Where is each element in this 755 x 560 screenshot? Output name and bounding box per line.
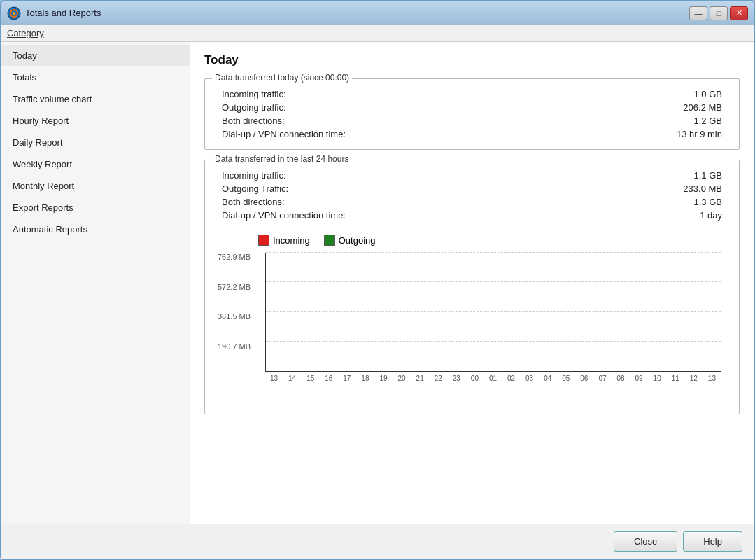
x-label: 01: [484, 374, 502, 382]
row-label: Dial-up / VPN connection time:: [222, 210, 346, 220]
bottom-bar: Close Help: [1, 524, 754, 559]
sidebar-item-totals[interactable]: Totals: [1, 66, 190, 88]
main-window: Totals and Reports — □ ✕ Category TodayT…: [0, 0, 755, 560]
x-label: 09: [630, 374, 648, 382]
page-title: Today: [204, 53, 740, 67]
sidebar-item-daily-report[interactable]: Daily Report: [1, 132, 190, 153]
table-row: Incoming traffic: 1.1 GB: [216, 169, 728, 182]
chart-area: Incoming Outgoing 762.9 MB 572.2 MB 381.…: [216, 229, 728, 405]
x-label: 14: [283, 374, 301, 382]
y-label-4: 762.9 MB: [218, 253, 251, 261]
x-label: 18: [356, 374, 374, 382]
sidebar-item-today[interactable]: Today: [1, 45, 190, 66]
row-value: 233.0 MB: [652, 183, 722, 194]
x-label: 11: [667, 374, 684, 382]
main-panel: Today Data transferred today (since 00:0…: [190, 42, 754, 524]
sidebar-item-hourly-report[interactable]: Hourly Report: [1, 110, 190, 132]
legend-outgoing: Outgoing: [324, 234, 376, 246]
x-label: 07: [593, 374, 611, 382]
x-label: 06: [575, 374, 593, 382]
data-group-today: Data transferred today (since 00:00) Inc…: [204, 78, 740, 150]
grid-line-4: [266, 252, 721, 253]
incoming-color-box: [258, 234, 269, 246]
sidebar: TodayTotalsTraffic volume chartHourly Re…: [1, 42, 190, 524]
x-label: 04: [539, 374, 556, 382]
x-label: 17: [338, 374, 355, 382]
group2-title: Data transferred in the last 24 hours: [212, 154, 351, 164]
row-label: Outgoing Traffic:: [222, 183, 288, 194]
row-label: Outgoing traffic:: [222, 102, 286, 113]
table-row: Dial-up / VPN connection time: 1 day: [216, 209, 728, 222]
sidebar-item-traffic-volume-chart[interactable]: Traffic volume chart: [1, 88, 190, 110]
content-area: TodayTotalsTraffic volume chartHourly Re…: [1, 42, 754, 524]
bars-container: [266, 253, 721, 371]
y-label-1: 190.7 MB: [218, 342, 251, 351]
close-button[interactable]: Close: [614, 531, 677, 552]
table-row: Outgoing traffic: 206.2 MB: [216, 101, 728, 114]
menu-bar: Category: [1, 25, 754, 42]
row-value: 1.0 GB: [652, 89, 722, 99]
svg-point-2: [13, 12, 15, 15]
grid-line-3: [266, 281, 721, 282]
x-label: 03: [521, 374, 538, 382]
x-label: 05: [557, 374, 574, 382]
incoming-label: Incoming: [273, 235, 310, 246]
chart-container: 762.9 MB 572.2 MB 381.5 MB 190.7 MB: [265, 253, 721, 400]
window-title: Totals and Reports: [25, 8, 101, 18]
x-label: 20: [393, 374, 411, 382]
x-label: 00: [466, 374, 484, 382]
chart-plot: [265, 253, 721, 372]
row-value: 1 day: [652, 210, 722, 220]
row-value: 1.3 GB: [652, 197, 722, 207]
x-label: 12: [685, 374, 703, 382]
sidebar-item-automatic-reports[interactable]: Automatic Reports: [1, 218, 190, 240]
chart-y-labels: 762.9 MB 572.2 MB 381.5 MB 190.7 MB: [218, 253, 251, 372]
y-label-3: 572.2 MB: [218, 283, 251, 291]
legend-incoming: Incoming: [258, 234, 310, 246]
x-label: 08: [612, 374, 629, 382]
sidebar-item-export-reports[interactable]: Export Reports: [1, 197, 190, 218]
row-label: Both directions:: [222, 197, 285, 207]
row-label: Both directions:: [222, 115, 285, 126]
grid-line-2: [266, 312, 721, 312]
row-label: Dial-up / VPN connection time:: [222, 129, 346, 139]
table-row: Incoming traffic: 1.0 GB: [216, 88, 728, 101]
x-label: 13: [703, 374, 721, 382]
category-menu[interactable]: Category: [7, 28, 44, 38]
sidebar-item-weekly-report[interactable]: Weekly Report: [1, 153, 190, 175]
x-label: 23: [448, 374, 465, 382]
row-label: Incoming traffic:: [222, 89, 286, 99]
row-value: 206.2 MB: [652, 102, 722, 113]
x-label: 21: [411, 374, 429, 382]
grid-line-1: [266, 341, 721, 342]
x-label: 19: [374, 374, 392, 382]
x-label: 13: [265, 374, 283, 382]
titlebar: Totals and Reports — □ ✕: [1, 1, 754, 25]
row-value: 13 hr 9 min: [652, 129, 722, 139]
chart-x-labels: 1314151617181920212223000102030405060708…: [265, 374, 721, 382]
x-label: 15: [302, 374, 319, 382]
row-value: 1.2 GB: [652, 115, 722, 126]
outgoing-label: Outgoing: [339, 235, 376, 246]
maximize-button[interactable]: □: [710, 6, 728, 20]
titlebar-buttons: — □ ✕: [689, 6, 748, 20]
help-button[interactable]: Help: [683, 531, 742, 552]
sidebar-item-monthly-report[interactable]: Monthly Report: [1, 175, 190, 197]
app-icon: [7, 6, 21, 20]
group1-title: Data transferred today (since 00:00): [212, 73, 352, 83]
minimize-button[interactable]: —: [689, 6, 707, 20]
outgoing-color-box: [324, 234, 335, 246]
y-label-2: 381.5 MB: [218, 312, 251, 321]
table-row: Both directions: 1.2 GB: [216, 114, 728, 127]
table-row: Both directions: 1.3 GB: [216, 195, 728, 209]
close-window-button[interactable]: ✕: [730, 6, 748, 20]
x-label: 10: [649, 374, 666, 382]
titlebar-left: Totals and Reports: [7, 6, 101, 20]
data-group-24h: Data transferred in the last 24 hours In…: [204, 160, 740, 414]
table-row: Outgoing Traffic: 233.0 MB: [216, 182, 728, 195]
row-value: 1.1 GB: [652, 170, 722, 181]
x-label: 22: [430, 374, 447, 382]
x-label: 02: [502, 374, 520, 382]
table-row: Dial-up / VPN connection time: 13 hr 9 m…: [216, 127, 728, 141]
row-label: Incoming traffic:: [222, 170, 286, 181]
